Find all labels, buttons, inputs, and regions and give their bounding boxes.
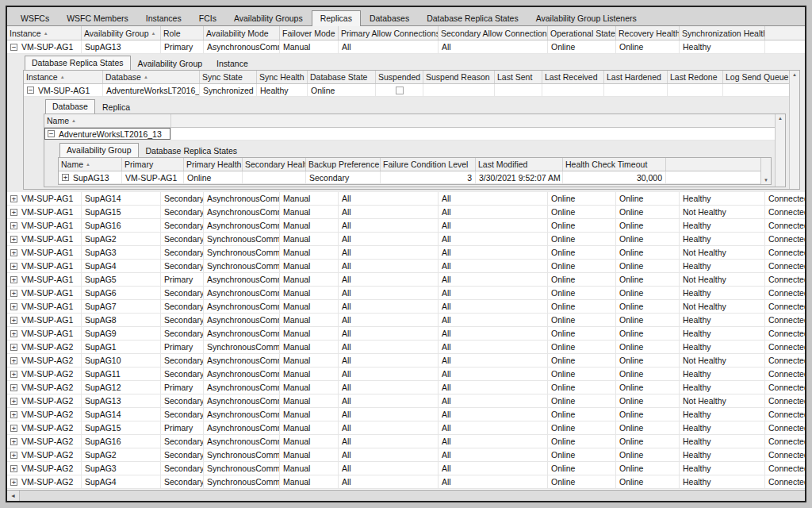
column-header-failover-mode[interactable]: Failover Mode <box>280 26 339 40</box>
expand-icon[interactable]: + <box>10 195 17 202</box>
column-header-operational-state[interactable]: Operational State <box>548 26 616 40</box>
expand-icon[interactable]: + <box>10 438 17 445</box>
expand-icon[interactable]: + <box>10 452 17 459</box>
column-header-role[interactable]: Role <box>161 26 204 40</box>
column-header-failure-condition-level[interactable]: Failure Condition Level <box>381 158 476 171</box>
expand-icon[interactable]: + <box>62 174 69 181</box>
expand-icon[interactable]: + <box>10 411 17 418</box>
table-row[interactable]: +VM-SUP-AG1 SupAG4 Secondary Synchronous… <box>7 260 805 273</box>
expand-icon[interactable]: + <box>10 249 17 256</box>
table-row[interactable]: +VM-SUP-AG1 SupAG14 Secondary Asynchrono… <box>7 192 805 206</box>
table-row[interactable]: +VM-SUP-AG2 SupAG11 Secondary Asynchrono… <box>7 368 805 381</box>
expand-icon[interactable]: + <box>10 263 17 270</box>
table-row[interactable]: +VM-SUP-AG1 SupAG7 Secondary Asynchronou… <box>7 300 805 314</box>
table-row[interactable]: +VM-SUP-AG2 SupAG2 Secondary Synchronous… <box>7 448 805 462</box>
column-header-last-sent[interactable]: Last Sent <box>495 71 542 83</box>
tab-fcis[interactable]: FCIs <box>190 10 225 25</box>
tab-instances[interactable]: Instances <box>137 10 190 25</box>
column-header-last-redone[interactable]: Last Redone <box>668 71 723 83</box>
expand-icon[interactable]: + <box>10 276 17 283</box>
table-row[interactable]: +VM-SUP-AG1 SupAG3 Secondary Synchronous… <box>7 246 805 260</box>
expand-icon[interactable]: + <box>10 209 17 216</box>
detail-tab-database[interactable]: Database <box>45 99 95 114</box>
scroll-up-icon[interactable]: ▲ <box>778 116 783 121</box>
database-grid-scrollbar[interactable]: ▲ <box>775 114 785 187</box>
expand-icon[interactable]: + <box>10 290 17 297</box>
table-row[interactable]: +VM-SUP-AG2 SupAG16 Secondary Asynchrono… <box>7 435 805 448</box>
column-header-last-received[interactable]: Last Received <box>542 71 604 83</box>
column-header-sync-health[interactable]: Sync Health <box>257 71 308 83</box>
detail-row-expanded[interactable]: − VM-SUP-AG1 AdventureWorksLT2016_13 Syn… <box>24 84 789 97</box>
collapse-icon[interactable]: − <box>48 130 55 137</box>
expand-icon[interactable]: + <box>10 330 17 337</box>
table-row[interactable]: +VM-SUP-AG2 SupAG15 Primary Asynchronous… <box>7 421 805 435</box>
expand-icon[interactable]: + <box>10 357 17 364</box>
column-header-name[interactable]: Name ▲ <box>44 114 171 127</box>
column-header-availability-mode[interactable]: Availability Mode <box>204 26 280 40</box>
column-header-suspended[interactable]: Suspended <box>376 71 423 83</box>
column-header-instance[interactable]: Instance ▲ <box>24 71 103 83</box>
column-header-suspend-reason[interactable]: Suspend Reason <box>423 71 495 83</box>
expand-icon[interactable]: + <box>10 384 17 391</box>
table-row[interactable]: +VM-SUP-AG1 SupAG16 Secondary Asynchrono… <box>7 219 805 233</box>
table-row[interactable]: +VM-SUP-AG2 SupAG4 Secondary Synchronous… <box>7 475 805 489</box>
detail-tab-replica[interactable]: Replica <box>95 100 137 114</box>
expand-icon[interactable]: + <box>10 222 17 229</box>
database-row-expanded[interactable]: − AdventureWorksLT2016_13 <box>44 128 775 140</box>
tab-replicas[interactable]: Replicas <box>312 10 361 26</box>
tab-database-replica-states[interactable]: Database Replica States <box>418 10 527 25</box>
column-header-last-modified[interactable]: Last Modified <box>476 158 563 171</box>
column-header-name[interactable]: Name ▲ <box>59 158 122 171</box>
column-header-database-state[interactable]: Database State <box>308 71 376 83</box>
table-row[interactable]: +VM-SUP-AG1 SupAG5 Primary AsynchronousC… <box>7 273 805 287</box>
column-header-primary-allow-connections[interactable]: Primary Allow Connections <box>339 26 439 40</box>
column-header-log-send-queue[interactable]: Log Send Queue <box>723 71 793 83</box>
tab-wsfc-members[interactable]: WSFC Members <box>58 10 137 25</box>
expand-icon[interactable]: + <box>10 479 17 486</box>
tab-wsfcs[interactable]: WSFCs <box>12 10 58 25</box>
ag-row[interactable]: + SupAG13 VM-SUP-AG1 Online Secondary <box>59 171 760 184</box>
table-row[interactable]: +VM-SUP-AG1 SupAG2 Secondary Synchronous… <box>7 233 805 246</box>
expand-icon[interactable]: + <box>10 303 17 310</box>
column-header-primary[interactable]: Primary <box>122 158 184 171</box>
detail-tab-database-replica-states[interactable]: Database Replica States <box>25 56 131 70</box>
column-header-secondary-allow-connections[interactable]: Secondary Allow Connections <box>439 26 548 40</box>
detail-tab-availability-group[interactable]: Availability Group <box>131 56 210 70</box>
suspended-checkbox[interactable] <box>396 87 404 94</box>
table-row[interactable]: +VM-SUP-AG1 SupAG6 Secondary Asynchronou… <box>7 287 805 300</box>
detail-grid-scrollbar[interactable]: ▲ <box>789 71 799 189</box>
column-header-secondary-health[interactable]: Secondary Health <box>243 158 306 171</box>
column-header-synchronization-health[interactable]: Synchronization Health <box>680 26 765 40</box>
ag-grid-scrollbar[interactable]: ▼ <box>760 158 771 184</box>
expand-icon[interactable]: + <box>10 425 17 432</box>
table-row[interactable]: +VM-SUP-AG2 SupAG13 Secondary Asynchrono… <box>7 394 805 408</box>
expand-icon[interactable]: + <box>10 344 17 351</box>
column-header-sync-state[interactable]: Sync State <box>200 71 257 83</box>
scroll-up-icon[interactable]: ▲ <box>792 72 797 77</box>
table-row[interactable]: +VM-SUP-AG2 SupAG12 Primary Asynchronous… <box>7 381 805 394</box>
column-header-health-check-timeout[interactable]: Health Check Timeout <box>563 158 666 171</box>
expand-icon[interactable]: + <box>10 398 17 405</box>
column-header-database[interactable]: Database ▲ <box>103 71 200 83</box>
tab-databases[interactable]: Databases <box>361 10 418 25</box>
tab-availability-groups[interactable]: Availability Groups <box>225 10 312 25</box>
column-header-availability-group[interactable]: Availability Group ▲ <box>82 26 161 40</box>
tab-availability-group-listeners[interactable]: Availability Group Listeners <box>527 10 645 25</box>
scroll-down-icon[interactable]: ▼ <box>764 178 768 183</box>
table-row[interactable]: +VM-SUP-AG2 SupAG3 Secondary Synchronous… <box>7 462 805 475</box>
table-row[interactable]: +VM-SUP-AG1 SupAG15 Secondary Asynchrono… <box>7 206 805 219</box>
column-header-instance[interactable]: Instance ▲ <box>7 26 82 40</box>
expand-icon[interactable]: + <box>10 317 17 324</box>
detail-tab-instance[interactable]: Instance <box>209 56 255 70</box>
collapse-icon[interactable]: − <box>10 44 17 51</box>
collapse-icon[interactable]: − <box>27 87 34 94</box>
column-header-primary-health[interactable]: Primary Health <box>184 158 243 171</box>
table-row-expanded[interactable]: − VM-SUP-AG1 SupAG13 Primary Asynchronou… <box>7 40 805 54</box>
horizontal-scrollbar[interactable]: ◄ <box>7 490 805 501</box>
expand-icon[interactable]: + <box>10 371 17 378</box>
expand-icon[interactable]: + <box>10 236 17 243</box>
table-row[interactable]: +VM-SUP-AG2 SupAG10 Secondary Asynchrono… <box>7 354 805 368</box>
expand-icon[interactable]: + <box>10 465 17 472</box>
scroll-left-button[interactable]: ◄ <box>7 491 20 501</box>
column-header-recovery-health[interactable]: Recovery Health <box>616 26 680 40</box>
